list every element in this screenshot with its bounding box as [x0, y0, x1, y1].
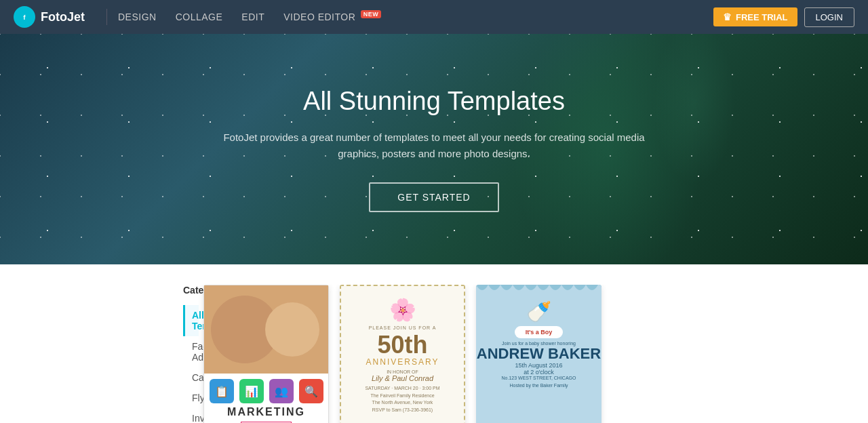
tmpl-marketing-content: 📋 📊 👥 🔍 MARKETING BIZMARKETING: [203, 285, 329, 423]
logo-icon: f: [14, 6, 35, 28]
get-started-button[interactable]: GET STARTED: [369, 182, 498, 212]
template-card-marketing[interactable]: 📋 📊 👥 🔍 MARKETING BIZMARKETING: [203, 285, 329, 423]
tmpl-honor-text: IN HONOR OF: [387, 369, 418, 374]
sidebar: Category All Templates Facebook Ad Card …: [0, 285, 197, 423]
tmpl-anniversary-label: ANNIVERSARY: [366, 357, 439, 367]
templates-grid: 📋 📊 👥 🔍 MARKETING BIZMARKETING 🌸 PLEASE …: [197, 285, 868, 423]
logo-text: FotoJet: [41, 10, 85, 24]
nav-video-editor[interactable]: VIDEO EDITOR NEW: [283, 11, 381, 23]
tmpl-icon-4: 🔍: [299, 379, 323, 403]
tmpl-marketing-footer: BIZMARKETING: [204, 418, 328, 423]
tmpl-event-details: SATURDAY · MARCH 20 · 3:00 PM The Fairve…: [365, 385, 439, 414]
nav-edit[interactable]: EDIT: [241, 11, 264, 23]
login-button[interactable]: LOGIN: [804, 7, 854, 27]
tmpl-50th: 50th: [377, 333, 427, 357]
tmpl-flowers-icon: 🌸: [389, 297, 416, 323]
tmpl-marketing-photo: [204, 285, 328, 374]
nav-divider: [106, 9, 107, 25]
tmpl-marketing-title: MARKETING: [204, 406, 328, 418]
template-card-baby-shower[interactable]: 🍼 It's a Boy Join us for a baby shower h…: [476, 285, 601, 423]
tmpl-scallop-top: [476, 285, 601, 296]
main-content: Category All Templates Facebook Ad Card …: [0, 264, 868, 423]
tmpl-baby-items-icon: 🍼: [526, 300, 551, 323]
hero-subtitle: FotoJet provides a great number of templ…: [203, 129, 665, 162]
hero-content: All Stunning Templates FotoJet provides …: [190, 87, 678, 212]
crown-icon: ♛: [723, 12, 732, 22]
hero-title: All Stunning Templates: [203, 87, 665, 116]
tmpl-baby-address: No.123 WEST STREET, CHICAGO: [502, 376, 576, 380]
tmpl-baby-name: ANDREW BAKER: [477, 346, 601, 362]
svg-point-7: [224, 343, 265, 363]
svg-point-3: [204, 296, 279, 374]
svg-point-4: [269, 292, 328, 360]
tmpl-its-a-boy-banner: It's a Boy: [515, 326, 564, 338]
tmpl-icon-1: 📋: [210, 379, 234, 403]
tmpl-couple-name: Lily & Paul Conrad: [372, 374, 433, 382]
new-badge: NEW: [361, 10, 382, 18]
tmpl-baby-hosted: Hosted by the Baker Family: [510, 383, 568, 388]
nav-links: DESIGN COLLAGE EDIT VIDEO EDITOR NEW: [118, 11, 381, 23]
nav-design[interactable]: DESIGN: [118, 11, 157, 23]
free-trial-button[interactable]: ♛ FREE TRIAL: [713, 7, 797, 26]
tmpl-baby-date: 15th August 2016: [515, 362, 562, 369]
template-card-anniversary[interactable]: 🌸 PLEASE JOIN US FOR A 50th ANNIVERSARY …: [340, 285, 465, 423]
svg-point-8: [269, 342, 302, 358]
nav-collage[interactable]: COLLAGE: [176, 11, 223, 23]
nav-right: ♛ FREE TRIAL LOGIN: [713, 7, 854, 27]
tmpl-icon-3: 👥: [269, 379, 294, 403]
tmpl-invite-text: PLEASE JOIN US FOR A: [369, 325, 437, 330]
svg-rect-5: [218, 306, 265, 340]
hero-section: All Stunning Templates FotoJet provides …: [0, 34, 868, 264]
tmpl-baby-time: at 2 o'clock: [524, 369, 554, 376]
svg-rect-2: [204, 285, 328, 374]
tmpl-baby-content: 🍼 It's a Boy Join us for a baby shower h…: [476, 285, 601, 423]
logo[interactable]: f FotoJet: [14, 6, 85, 28]
svg-rect-6: [272, 299, 313, 326]
tmpl-icon-2: 📊: [239, 379, 264, 403]
tmpl-anniversary-content: 🌸 PLEASE JOIN US FOR A 50th ANNIVERSARY …: [340, 285, 465, 423]
tmpl-marketing-icons: 📋 📊 👥 🔍: [204, 374, 328, 406]
navbar: f FotoJet DESIGN COLLAGE EDIT VIDEO EDIT…: [0, 0, 868, 34]
